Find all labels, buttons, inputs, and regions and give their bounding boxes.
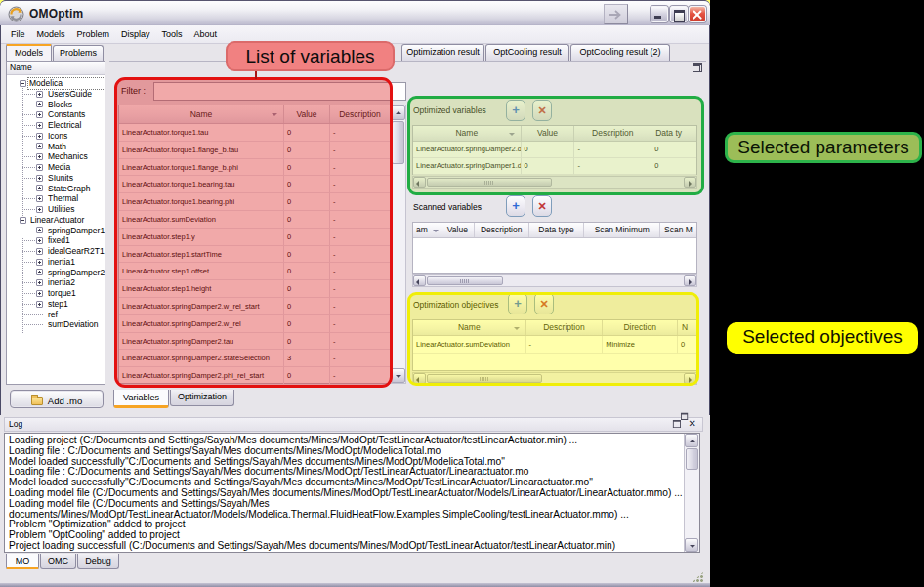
tree-expander-icon[interactable] — [36, 237, 43, 244]
tree-item[interactable]: UsersGuide — [7, 89, 105, 100]
table-row[interactable]: LinearActuator.step1.height 0 - — [119, 280, 405, 298]
tree-item[interactable]: ref — [7, 310, 105, 320]
tab-debug[interactable]: Debug — [77, 554, 119, 569]
tree-expander-icon[interactable] — [36, 143, 43, 149]
column-header[interactable]: Name — [119, 105, 284, 123]
table-row[interactable]: LinearActuator.springDamper2.tau 0 - — [119, 333, 405, 351]
scroll-left-icon[interactable] — [413, 373, 426, 384]
tree-header[interactable]: Name — [7, 62, 105, 75]
column-header[interactable]: Description — [475, 223, 529, 237]
tree-expander-icon[interactable] — [36, 153, 43, 160]
tree-expander-icon[interactable] — [36, 122, 43, 129]
menu-item[interactable]: Problem — [71, 26, 116, 43]
scroll-right-icon[interactable] — [684, 177, 696, 188]
column-header[interactable]: Direction — [603, 320, 678, 335]
tab-problems[interactable]: Problems — [53, 45, 104, 62]
forward-arrow-icon[interactable] — [604, 4, 628, 24]
title-bar[interactable]: OMOptim — [0, 0, 710, 25]
table-row[interactable]: LinearActuator.step1.offset 0 - — [119, 263, 405, 280]
table-row[interactable]: LinearActuator.step1.y 0 - — [119, 229, 405, 246]
remove-optimized-variable-button[interactable]: ✕ — [532, 100, 552, 121]
scroll-thumb[interactable] — [427, 374, 542, 383]
column-header[interactable]: Value — [441, 223, 475, 237]
column-header[interactable]: Description — [574, 126, 651, 141]
remove-scanned-variable-button[interactable]: ✕ — [532, 195, 552, 217]
tree-item[interactable]: torque1 — [7, 288, 105, 299]
menu-item[interactable]: Tools — [156, 26, 189, 43]
close-button[interactable] — [689, 6, 706, 22]
tab-models[interactable]: Models — [6, 43, 52, 62]
tab-variables[interactable]: Variables — [113, 390, 169, 408]
tree-item[interactable]: springDamper2 — [7, 268, 105, 278]
tree-item[interactable]: idealGearR2T1 — [7, 246, 105, 257]
optimized-variables-hscrollbar[interactable] — [412, 176, 697, 189]
resize-grip[interactable] — [693, 571, 704, 582]
log-title-bar[interactable]: Log ✕ — [4, 417, 703, 432]
log-scrollbar[interactable] — [684, 434, 699, 552]
column-header[interactable]: Scan Minimum — [584, 223, 660, 237]
tree-item[interactable]: Constants — [7, 109, 105, 120]
tree-expander-icon[interactable] — [36, 269, 43, 275]
tree-item[interactable]: Media — [7, 162, 105, 173]
column-header[interactable]: Data type — [529, 223, 585, 237]
column-header[interactable]: Value — [284, 105, 330, 123]
log-output[interactable]: Loading project (C:/Documents and Settin… — [4, 433, 700, 553]
column-header[interactable]: Description — [526, 320, 604, 335]
tree-item[interactable]: Thermal — [7, 193, 105, 204]
add-optimized-variable-button[interactable]: + — [506, 100, 525, 121]
menu-item[interactable]: About — [189, 26, 224, 43]
tree-item[interactable]: StateGraph — [7, 184, 105, 194]
menu-item[interactable]: Display — [115, 26, 156, 43]
menu-item[interactable]: Models — [31, 26, 71, 43]
scroll-right-icon[interactable] — [684, 373, 696, 384]
column-header[interactable]: am — [413, 223, 441, 237]
table-row[interactable]: LinearActuator.springDamper2.phi_rel_sta… — [119, 367, 405, 385]
add-objective-button[interactable]: + — [508, 293, 527, 314]
column-header[interactable]: Data ty — [651, 126, 696, 141]
column-header[interactable]: Name — [413, 126, 522, 141]
tree-expander-icon[interactable] — [36, 279, 43, 286]
table-row[interactable]: LinearActuator.torque1.bearing.tau 0 - — [119, 176, 405, 193]
log-close-icon[interactable]: ✕ — [689, 418, 696, 429]
tab-optcooling-result[interactable]: OptCooling result — [485, 44, 569, 61]
tree-expander-icon[interactable] — [36, 301, 43, 308]
table-row[interactable]: LinearActuator.torque1.bearing.phi 0 - — [119, 193, 405, 211]
table-row[interactable]: LinearActuator.step1.startTime 0 - — [119, 246, 405, 264]
tree-expander-icon[interactable] — [36, 111, 43, 118]
tree-expander-icon[interactable] — [36, 91, 43, 98]
filter-input[interactable] — [153, 82, 406, 101]
tree-item[interactable]: inertia2 — [7, 277, 105, 288]
tree-item[interactable]: Modelica — [7, 78, 105, 89]
scroll-up-icon[interactable] — [391, 105, 405, 120]
tree-expander-icon[interactable] — [36, 290, 43, 297]
column-header[interactable]: Description — [330, 105, 390, 123]
table-row[interactable]: LinearActuator.sumDeviation 0 - — [119, 211, 405, 229]
table-row[interactable]: LinearActuator.springDamper2.w_rel_start… — [119, 298, 405, 315]
tree-item[interactable]: Electrical — [7, 120, 105, 131]
tree-expander-icon[interactable] — [36, 206, 43, 213]
scroll-up-icon[interactable] — [685, 434, 698, 447]
float-panel-icon[interactable] — [693, 63, 702, 72]
scroll-thumb[interactable] — [686, 448, 698, 470]
objectives-hscrollbar[interactable] — [412, 372, 697, 385]
tab-omc[interactable]: OMC — [40, 554, 76, 569]
tab-mo[interactable]: MO — [6, 554, 39, 570]
scroll-down-icon[interactable] — [685, 538, 698, 552]
column-header[interactable]: N — [678, 320, 696, 335]
tree-expander-icon[interactable] — [36, 248, 43, 255]
column-header[interactable]: Name — [413, 320, 526, 335]
table-row[interactable]: LinearActuator.springDamper2.stateSelect… — [119, 350, 405, 367]
tree-expander-icon[interactable] — [20, 80, 26, 87]
scroll-down-icon[interactable] — [391, 368, 405, 383]
maximize-button[interactable] — [670, 6, 688, 22]
table-row[interactable]: LinearActuator.sumDeviation - Minimize 0 — [413, 336, 696, 354]
table-row[interactable]: LinearActuator.springDamper2.w_rel 0 - — [119, 315, 405, 333]
tree-expander-icon[interactable] — [36, 101, 43, 107]
scroll-left-icon[interactable] — [413, 275, 426, 286]
tree-item[interactable]: fixed1 — [7, 235, 105, 246]
add-scanned-variable-button[interactable]: + — [506, 195, 525, 217]
tree-item[interactable]: Mechanics — [7, 151, 105, 162]
tree-expander-icon[interactable] — [20, 217, 26, 224]
scanned-variables-hscrollbar[interactable] — [412, 274, 697, 287]
tab-optcooling-result-2[interactable]: OptCooling result (2) — [570, 44, 670, 61]
